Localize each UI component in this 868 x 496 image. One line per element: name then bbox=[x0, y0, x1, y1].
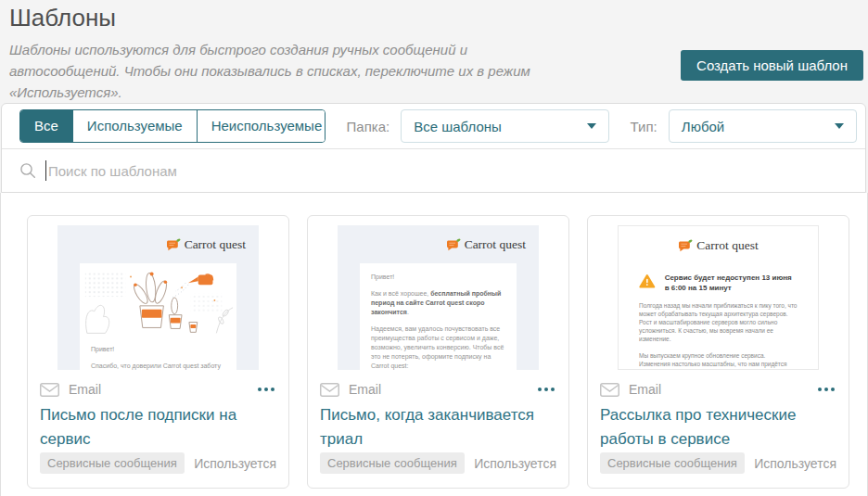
preview-lead: Как и всё хорошее, бесплатный пробный пе… bbox=[371, 289, 505, 317]
search-icon bbox=[19, 162, 36, 179]
more-menu-button[interactable] bbox=[256, 382, 276, 397]
email-preview: Carrot quest Привет! Как и всё хорошее, … bbox=[338, 225, 539, 370]
tab-unused[interactable]: Неиспользуемые bbox=[197, 110, 326, 142]
template-cards: Carrot quest bbox=[1, 193, 867, 489]
folder-tag: Сервисные сообщения bbox=[320, 452, 465, 474]
preview-body-2: Мы выпускаем крупное обновление сервиса.… bbox=[619, 351, 818, 371]
folder-filter-label: Папка: bbox=[347, 119, 390, 134]
warning-block: Сервис будет недоступен 13 июня в 6:00 н… bbox=[619, 271, 818, 293]
folder-tag: Сервисные сообщения bbox=[40, 452, 185, 474]
logo-text: Carrot quest bbox=[185, 237, 246, 252]
message-type-label: Email bbox=[69, 382, 101, 397]
card-footer: Сервисные сообщения Используется bbox=[600, 452, 836, 474]
message-type-row: Email bbox=[40, 382, 276, 397]
email-body: Привет! Спасибо, что доверили Carrot que… bbox=[80, 263, 236, 371]
caret-down-icon bbox=[835, 123, 844, 129]
create-template-button[interactable]: Создать новый шаблон bbox=[681, 50, 863, 81]
preview-lead-normal: Как и всё хорошее, bbox=[371, 290, 430, 297]
plants-illustration bbox=[80, 263, 236, 334]
folder-dropdown[interactable]: Все шаблоны bbox=[401, 109, 608, 143]
logo-text: Carrot quest bbox=[465, 237, 526, 252]
card-footer: Сервисные сообщения Используется bbox=[40, 452, 276, 474]
templates-list-panel: Carrot quest bbox=[0, 193, 868, 496]
tab-all[interactable]: Все bbox=[20, 110, 72, 142]
type-dropdown-value: Любой bbox=[682, 119, 724, 134]
template-title-link[interactable]: Письмо, когда заканчивается триал bbox=[320, 403, 556, 451]
page-title: Шаблоны bbox=[9, 4, 116, 32]
warning-triangle-icon bbox=[639, 271, 656, 292]
preview-greeting: Привет! bbox=[371, 273, 505, 282]
email-preview: Carrot quest bbox=[57, 225, 259, 370]
carrot-quest-logo: Carrot quest bbox=[678, 238, 758, 253]
more-menu-button[interactable] bbox=[816, 382, 836, 397]
envelope-icon bbox=[600, 383, 619, 397]
tab-used[interactable]: Используемые bbox=[72, 110, 197, 142]
email-preview: Carrot quest Сервис будет недоступен 13 … bbox=[618, 225, 819, 370]
carrot-quest-bubble-icon bbox=[678, 239, 693, 253]
usage-tabs: Все Используемые Неиспользуемые bbox=[19, 109, 326, 143]
status-label: Используется bbox=[194, 456, 276, 471]
more-menu-button[interactable] bbox=[536, 382, 556, 397]
type-dropdown[interactable]: Любой bbox=[669, 109, 857, 143]
email-body: Привет! Как и всё хорошее, бесплатный пр… bbox=[360, 263, 517, 371]
envelope-icon bbox=[40, 383, 59, 397]
filter-row: Все Используемые Неиспользуемые Папка: В… bbox=[2, 104, 865, 149]
caret-down-icon bbox=[587, 123, 596, 129]
status-label: Используется bbox=[754, 456, 836, 471]
preview-body-1: Полгода назад мы начали приближаться к п… bbox=[619, 301, 818, 343]
logo-row: Carrot quest bbox=[338, 225, 539, 256]
message-type-row: Email bbox=[320, 382, 556, 397]
carrot-quest-bubble-icon bbox=[166, 238, 181, 252]
carrot-quest-logo: Carrot quest bbox=[166, 237, 246, 252]
template-title-link[interactable]: Рассылка про технические работы в сервис… bbox=[600, 403, 836, 451]
page-description: Шаблоны используются для быстрого создан… bbox=[9, 39, 566, 103]
type-filter-label: Тип: bbox=[631, 119, 657, 134]
template-card[interactable]: Carrot quest bbox=[27, 215, 289, 489]
template-title-link[interactable]: Письмо после подписки на сервис bbox=[40, 403, 276, 451]
template-card[interactable]: Carrot quest Привет! Как и всё хорошее, … bbox=[307, 215, 569, 489]
logo-row: Carrot quest bbox=[619, 226, 818, 257]
folder-tag: Сервисные сообщения bbox=[600, 452, 745, 474]
folder-dropdown-value: Все шаблоны bbox=[414, 119, 502, 134]
logo-text: Carrot quest bbox=[696, 238, 758, 253]
carrot-quest-logo: Carrot quest bbox=[446, 237, 526, 252]
filter-panel: Все Используемые Неиспользуемые Папка: В… bbox=[1, 103, 866, 193]
preview-greeting: Привет! bbox=[91, 345, 225, 354]
preview-warning-heading: Сервис будет недоступен 13 июня в 6:00 н… bbox=[665, 273, 798, 293]
template-card[interactable]: Carrot quest Сервис будет недоступен 13 … bbox=[587, 215, 849, 489]
search-row bbox=[2, 149, 865, 192]
status-label: Используется bbox=[474, 456, 556, 471]
search-input[interactable] bbox=[46, 162, 856, 180]
message-type-label: Email bbox=[349, 382, 381, 397]
envelope-icon bbox=[320, 383, 339, 397]
templates-page: Шаблоны Шаблоны используются для быстрог… bbox=[0, 0, 868, 496]
logo-row: Carrot quest bbox=[57, 225, 259, 256]
message-type-row: Email bbox=[600, 382, 836, 397]
carrot-quest-bubble-icon bbox=[446, 238, 461, 252]
preview-body: Надеемся, вам удалось почувствовать все … bbox=[371, 324, 505, 371]
message-type-label: Email bbox=[629, 382, 661, 397]
preview-body: Спасибо, что доверили Carrot quest забот… bbox=[91, 362, 225, 371]
preview-lead-tail: . bbox=[407, 309, 409, 315]
card-footer: Сервисные сообщения Используется bbox=[320, 452, 556, 474]
